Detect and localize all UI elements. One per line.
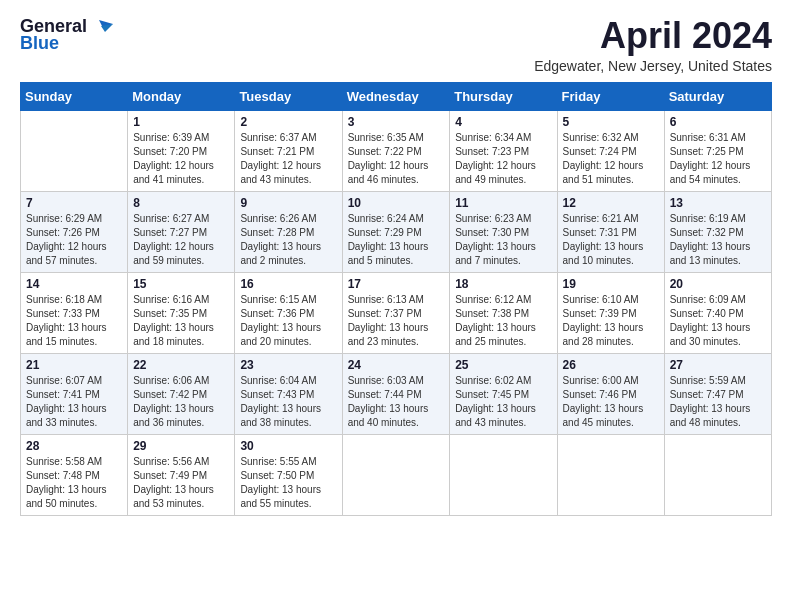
day-info: Sunrise: 6:15 AMSunset: 7:36 PMDaylight:…	[240, 293, 336, 349]
day-number: 14	[26, 277, 122, 291]
calendar-cell: 10Sunrise: 6:24 AMSunset: 7:29 PMDayligh…	[342, 191, 450, 272]
day-number: 5	[563, 115, 659, 129]
day-info: Sunrise: 6:23 AMSunset: 7:30 PMDaylight:…	[455, 212, 551, 268]
day-info: Sunrise: 6:24 AMSunset: 7:29 PMDaylight:…	[348, 212, 445, 268]
calendar-cell: 18Sunrise: 6:12 AMSunset: 7:38 PMDayligh…	[450, 272, 557, 353]
column-header-saturday: Saturday	[664, 82, 771, 110]
day-info: Sunrise: 6:13 AMSunset: 7:37 PMDaylight:…	[348, 293, 445, 349]
day-number: 2	[240, 115, 336, 129]
day-info: Sunrise: 5:58 AMSunset: 7:48 PMDaylight:…	[26, 455, 122, 511]
column-header-wednesday: Wednesday	[342, 82, 450, 110]
day-info: Sunrise: 5:59 AMSunset: 7:47 PMDaylight:…	[670, 374, 766, 430]
calendar-cell: 22Sunrise: 6:06 AMSunset: 7:42 PMDayligh…	[128, 353, 235, 434]
day-info: Sunrise: 6:07 AMSunset: 7:41 PMDaylight:…	[26, 374, 122, 430]
calendar-cell: 14Sunrise: 6:18 AMSunset: 7:33 PMDayligh…	[21, 272, 128, 353]
calendar-cell: 28Sunrise: 5:58 AMSunset: 7:48 PMDayligh…	[21, 434, 128, 515]
day-number: 19	[563, 277, 659, 291]
day-info: Sunrise: 5:56 AMSunset: 7:49 PMDaylight:…	[133, 455, 229, 511]
day-number: 29	[133, 439, 229, 453]
page-header: General Blue April 2024 Edgewater, New J…	[20, 16, 772, 74]
calendar-cell: 24Sunrise: 6:03 AMSunset: 7:44 PMDayligh…	[342, 353, 450, 434]
day-number: 6	[670, 115, 766, 129]
day-number: 7	[26, 196, 122, 210]
column-header-tuesday: Tuesday	[235, 82, 342, 110]
calendar-cell: 2Sunrise: 6:37 AMSunset: 7:21 PMDaylight…	[235, 110, 342, 191]
calendar-week-row: 28Sunrise: 5:58 AMSunset: 7:48 PMDayligh…	[21, 434, 772, 515]
day-number: 8	[133, 196, 229, 210]
day-info: Sunrise: 6:12 AMSunset: 7:38 PMDaylight:…	[455, 293, 551, 349]
calendar-cell: 25Sunrise: 6:02 AMSunset: 7:45 PMDayligh…	[450, 353, 557, 434]
location-text: Edgewater, New Jersey, United States	[534, 58, 772, 74]
day-number: 26	[563, 358, 659, 372]
day-info: Sunrise: 6:34 AMSunset: 7:23 PMDaylight:…	[455, 131, 551, 187]
day-info: Sunrise: 6:21 AMSunset: 7:31 PMDaylight:…	[563, 212, 659, 268]
day-number: 25	[455, 358, 551, 372]
day-number: 13	[670, 196, 766, 210]
day-info: Sunrise: 6:35 AMSunset: 7:22 PMDaylight:…	[348, 131, 445, 187]
day-info: Sunrise: 6:18 AMSunset: 7:33 PMDaylight:…	[26, 293, 122, 349]
calendar-cell: 1Sunrise: 6:39 AMSunset: 7:20 PMDaylight…	[128, 110, 235, 191]
calendar-cell: 27Sunrise: 5:59 AMSunset: 7:47 PMDayligh…	[664, 353, 771, 434]
calendar-cell: 20Sunrise: 6:09 AMSunset: 7:40 PMDayligh…	[664, 272, 771, 353]
day-number: 3	[348, 115, 445, 129]
day-number: 17	[348, 277, 445, 291]
day-number: 18	[455, 277, 551, 291]
day-number: 28	[26, 439, 122, 453]
day-info: Sunrise: 6:19 AMSunset: 7:32 PMDaylight:…	[670, 212, 766, 268]
calendar-cell	[21, 110, 128, 191]
calendar-table: SundayMondayTuesdayWednesdayThursdayFrid…	[20, 82, 772, 516]
day-number: 10	[348, 196, 445, 210]
calendar-cell: 16Sunrise: 6:15 AMSunset: 7:36 PMDayligh…	[235, 272, 342, 353]
calendar-cell: 30Sunrise: 5:55 AMSunset: 7:50 PMDayligh…	[235, 434, 342, 515]
calendar-week-row: 1Sunrise: 6:39 AMSunset: 7:20 PMDaylight…	[21, 110, 772, 191]
calendar-cell: 19Sunrise: 6:10 AMSunset: 7:39 PMDayligh…	[557, 272, 664, 353]
calendar-cell	[557, 434, 664, 515]
calendar-week-row: 14Sunrise: 6:18 AMSunset: 7:33 PMDayligh…	[21, 272, 772, 353]
day-info: Sunrise: 6:26 AMSunset: 7:28 PMDaylight:…	[240, 212, 336, 268]
logo-bird-icon	[91, 18, 113, 36]
day-number: 1	[133, 115, 229, 129]
column-header-monday: Monday	[128, 82, 235, 110]
day-info: Sunrise: 6:29 AMSunset: 7:26 PMDaylight:…	[26, 212, 122, 268]
calendar-cell	[342, 434, 450, 515]
day-number: 15	[133, 277, 229, 291]
calendar-week-row: 7Sunrise: 6:29 AMSunset: 7:26 PMDaylight…	[21, 191, 772, 272]
calendar-cell: 13Sunrise: 6:19 AMSunset: 7:32 PMDayligh…	[664, 191, 771, 272]
day-info: Sunrise: 6:16 AMSunset: 7:35 PMDaylight:…	[133, 293, 229, 349]
day-number: 16	[240, 277, 336, 291]
day-info: Sunrise: 6:27 AMSunset: 7:27 PMDaylight:…	[133, 212, 229, 268]
calendar-cell: 6Sunrise: 6:31 AMSunset: 7:25 PMDaylight…	[664, 110, 771, 191]
day-number: 20	[670, 277, 766, 291]
day-number: 30	[240, 439, 336, 453]
calendar-cell: 11Sunrise: 6:23 AMSunset: 7:30 PMDayligh…	[450, 191, 557, 272]
calendar-cell	[450, 434, 557, 515]
column-header-friday: Friday	[557, 82, 664, 110]
day-info: Sunrise: 6:06 AMSunset: 7:42 PMDaylight:…	[133, 374, 229, 430]
calendar-cell: 23Sunrise: 6:04 AMSunset: 7:43 PMDayligh…	[235, 353, 342, 434]
calendar-cell: 21Sunrise: 6:07 AMSunset: 7:41 PMDayligh…	[21, 353, 128, 434]
day-info: Sunrise: 6:39 AMSunset: 7:20 PMDaylight:…	[133, 131, 229, 187]
day-info: Sunrise: 6:31 AMSunset: 7:25 PMDaylight:…	[670, 131, 766, 187]
day-info: Sunrise: 6:09 AMSunset: 7:40 PMDaylight:…	[670, 293, 766, 349]
day-info: Sunrise: 6:04 AMSunset: 7:43 PMDaylight:…	[240, 374, 336, 430]
day-number: 23	[240, 358, 336, 372]
logo: General Blue	[20, 16, 113, 54]
day-number: 12	[563, 196, 659, 210]
calendar-cell: 4Sunrise: 6:34 AMSunset: 7:23 PMDaylight…	[450, 110, 557, 191]
day-number: 24	[348, 358, 445, 372]
calendar-header-row: SundayMondayTuesdayWednesdayThursdayFrid…	[21, 82, 772, 110]
calendar-cell: 12Sunrise: 6:21 AMSunset: 7:31 PMDayligh…	[557, 191, 664, 272]
day-info: Sunrise: 6:03 AMSunset: 7:44 PMDaylight:…	[348, 374, 445, 430]
calendar-cell: 29Sunrise: 5:56 AMSunset: 7:49 PMDayligh…	[128, 434, 235, 515]
day-info: Sunrise: 6:02 AMSunset: 7:45 PMDaylight:…	[455, 374, 551, 430]
calendar-cell: 5Sunrise: 6:32 AMSunset: 7:24 PMDaylight…	[557, 110, 664, 191]
calendar-cell: 7Sunrise: 6:29 AMSunset: 7:26 PMDaylight…	[21, 191, 128, 272]
title-block: April 2024 Edgewater, New Jersey, United…	[534, 16, 772, 74]
day-info: Sunrise: 6:00 AMSunset: 7:46 PMDaylight:…	[563, 374, 659, 430]
day-number: 4	[455, 115, 551, 129]
day-number: 27	[670, 358, 766, 372]
day-number: 21	[26, 358, 122, 372]
column-header-sunday: Sunday	[21, 82, 128, 110]
calendar-cell: 17Sunrise: 6:13 AMSunset: 7:37 PMDayligh…	[342, 272, 450, 353]
day-info: Sunrise: 6:37 AMSunset: 7:21 PMDaylight:…	[240, 131, 336, 187]
